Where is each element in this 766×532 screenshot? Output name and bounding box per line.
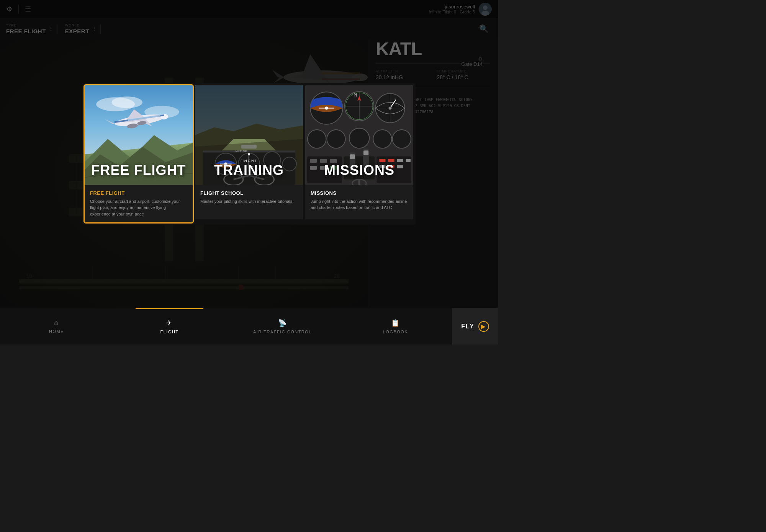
training-info: FLIGHT SCHOOL Master your piloting skill… [195,185,303,219]
svg-rect-103 [397,159,403,162]
missions-title: MISSIONS [311,190,408,196]
flight-icon: ✈ [166,319,173,327]
nav-home-label: HOME [49,329,64,334]
fly-button[interactable]: FLY ▶ [452,308,498,344]
nav-logbook[interactable]: 📋 LOGBOOK [339,308,452,344]
free-flight-title: FREE FLIGHT [90,190,187,196]
training-title: FLIGHT SCHOOL [200,190,298,196]
nav-atc-label: AIR TRAFFIC CONTROL [253,330,312,334]
free-flight-info: FREE FLIGHT Choose your aircraft and air… [85,185,193,223]
free-flight-label: FREE FLIGHT [85,163,193,177]
nav-flight-label: FLIGHT [160,330,178,334]
cards-container: FREE FLIGHT FREE FLIGHT Choose your airc… [82,83,416,225]
atc-icon: 📡 [278,319,287,327]
missions-info: MISSIONS Jump right into the action with… [305,185,413,219]
card-missions[interactable]: N [305,85,413,223]
training-image: N S N471SP FLIGH [195,85,303,185]
svg-point-94 [389,106,392,109]
svg-point-82 [373,130,391,148]
training-label-overlay: FLIGHT TRAINING [195,159,303,177]
svg-point-86 [325,106,328,109]
free-flight-label-overlay: FREE FLIGHT [85,163,193,177]
svg-rect-109 [310,159,317,163]
free-flight-desc: Choose your aircraft and airport, custom… [90,198,187,217]
svg-rect-58 [203,150,295,152]
nav-atc[interactable]: 📡 AIR TRAFFIC CONTROL [226,308,339,344]
nav-home[interactable]: ⌂ HOME [0,308,113,344]
missions-image: N [305,85,413,185]
svg-point-39 [112,96,143,108]
training-label-main: TRAINING [195,163,303,177]
card-flight-training[interactable]: N S N471SP FLIGH [195,85,303,223]
home-icon: ⌂ [54,319,59,327]
svg-rect-104 [406,159,411,162]
svg-point-63 [248,153,250,155]
missions-desc: Jump right into the action with recommen… [311,198,408,211]
card-free-flight[interactable]: FREE FLIGHT FREE FLIGHT Choose your airc… [85,85,193,223]
fly-arrow-icon: ▶ [478,321,489,332]
svg-point-79 [308,130,326,148]
svg-rect-101 [379,159,385,162]
svg-rect-69 [241,145,257,149]
nav-logbook-label: LOGBOOK [383,330,408,334]
svg-rect-98 [350,154,355,159]
missions-label-overlay: MISSIONS [305,163,413,177]
svg-rect-99 [363,150,368,155]
svg-text:N: N [354,93,357,97]
svg-point-80 [327,130,345,148]
svg-point-81 [349,128,369,148]
bottom-nav: ⌂ HOME ✈ FLIGHT 📡 AIR TRAFFIC CONTROL 📋 … [0,308,498,344]
fly-label: FLY [461,323,475,330]
free-flight-image: FREE FLIGHT [85,85,193,185]
svg-text:N471SP: N471SP [236,150,247,153]
nav-flight[interactable]: ✈ FLIGHT [113,308,226,344]
svg-point-83 [393,130,411,148]
svg-rect-102 [388,159,394,162]
training-desc: Master your piloting skills with interac… [200,198,298,205]
missions-label: MISSIONS [305,163,413,177]
modal-overlay: FREE FLIGHT FREE FLIGHT Choose your airc… [0,0,498,344]
logbook-icon: 📋 [391,319,400,327]
